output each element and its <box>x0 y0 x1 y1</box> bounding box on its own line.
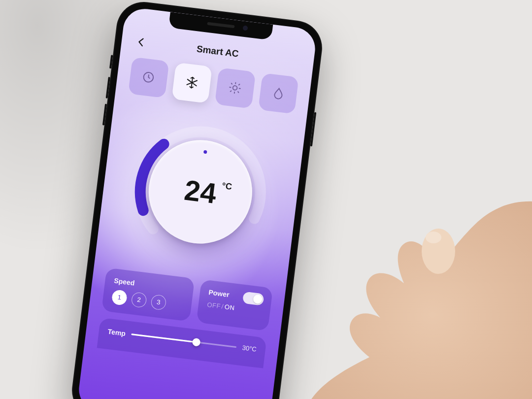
speed-option-3[interactable]: 3 <box>150 294 166 310</box>
speed-options: 1 2 3 <box>111 289 183 312</box>
temperature-dial[interactable]: 24 °C <box>124 115 277 268</box>
mode-row <box>128 57 299 114</box>
temp-slider-row: Temp 30°C <box>107 326 257 354</box>
power-separator: / <box>221 302 224 310</box>
temp-slider-label: Temp <box>107 327 126 337</box>
slider-fill <box>132 333 197 343</box>
volume-down-button <box>102 103 107 125</box>
speed-option-2[interactable]: 2 <box>131 292 147 308</box>
volume-up-button <box>106 77 110 99</box>
snowflake-icon <box>185 75 199 90</box>
svg-point-4 <box>233 86 237 91</box>
dial-indicator-dot <box>203 150 207 154</box>
svg-line-9 <box>232 83 233 84</box>
mode-sun[interactable] <box>215 67 256 108</box>
svg-line-11 <box>239 84 240 85</box>
power-toggle[interactable] <box>242 291 265 305</box>
mode-cool[interactable] <box>171 62 212 103</box>
slider-thumb[interactable] <box>192 337 201 346</box>
power-hw-button <box>310 112 317 146</box>
phone-screen: Smart AC <box>76 6 317 399</box>
device-wrapper: Smart AC <box>69 0 325 399</box>
svg-point-15 <box>422 229 455 274</box>
temp-slider[interactable] <box>131 329 237 352</box>
svg-line-12 <box>231 91 232 92</box>
clock-icon <box>141 70 156 85</box>
speed-panel: Speed 1 2 3 <box>101 267 195 321</box>
svg-line-10 <box>238 92 239 93</box>
mode-humidity[interactable] <box>258 73 299 114</box>
svg-point-16 <box>426 232 441 243</box>
power-off-label: OFF <box>207 300 221 309</box>
power-on-label: ON <box>224 303 235 311</box>
power-panel: Power OFF/ON <box>196 279 273 331</box>
temperature-unit: °C <box>222 181 233 191</box>
dial-temperature-value: 24 °C <box>183 175 218 207</box>
phone-frame: Smart AC <box>69 0 325 399</box>
sun-icon <box>228 81 242 95</box>
temperature-number: 24 <box>183 173 218 209</box>
droplet-icon <box>271 86 286 100</box>
temp-slider-max-label: 30°C <box>242 344 257 353</box>
speed-option-1[interactable]: 1 <box>111 289 128 305</box>
silence-switch <box>109 55 113 68</box>
smart-ac-app: Smart AC <box>76 6 317 399</box>
mode-timer[interactable] <box>128 57 169 98</box>
